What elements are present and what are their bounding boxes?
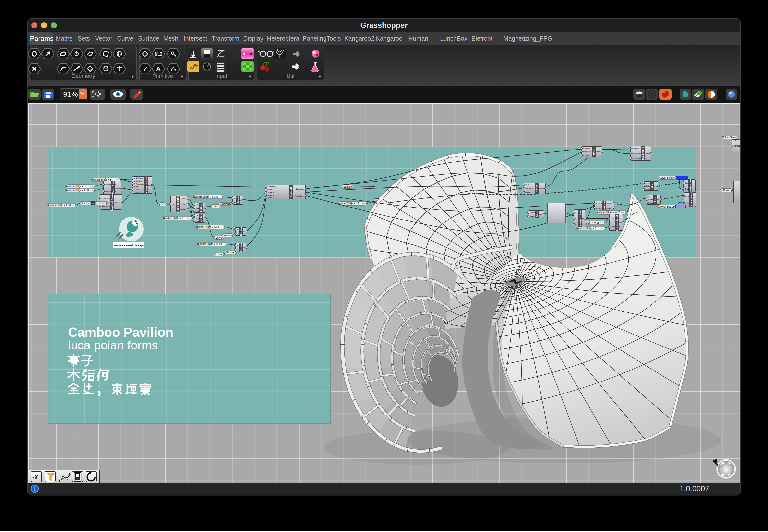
- svg-text:Surface: Surface: [583, 147, 590, 150]
- svg-text:Result: Result: [239, 231, 245, 233]
- svg-text:Radius: Radius: [645, 185, 652, 187]
- svg-text:● 0: ● 0: [82, 185, 85, 188]
- svg-text:Domain start: Domain start: [611, 218, 621, 219]
- svg-text:● 1.00: ● 1.00: [64, 204, 71, 207]
- svg-text:Colour Swatch: Colour Swatch: [659, 176, 675, 179]
- svg-text:v: v: [575, 218, 576, 220]
- svg-text:UV point: UV point: [596, 207, 603, 209]
- svg-text:Number Slider: Number Slider: [193, 196, 209, 198]
- svg-text:Plane: Plane: [268, 188, 273, 191]
- svg-text:Number Slider: Number Slider: [65, 189, 81, 192]
- svg-text:Number Slider: Number Slider: [597, 211, 613, 214]
- svg-text:Geometry: Geometry: [732, 145, 740, 147]
- svg-text:Surface: Surface: [596, 203, 602, 204]
- svg-text:Retrim: Retrim: [525, 191, 531, 194]
- svg-text:www.easyref.design: www.easyref.design: [113, 243, 144, 247]
- svg-text:Number Slider: Number Slider: [65, 185, 81, 188]
- svg-text:Curve: Curve: [723, 189, 730, 192]
- svg-text:Colour Swatch: Colour Swatch: [722, 136, 738, 139]
- svg-text:Domain: Domain: [530, 212, 535, 214]
- svg-text:luca poian forms: luca poian forms: [68, 338, 158, 352]
- svg-text:Domain: Domain: [113, 187, 119, 189]
- svg-text:Factor: Factor: [82, 202, 89, 205]
- svg-text:Surface: Surface: [594, 151, 601, 153]
- svg-text:Surface: Surface: [145, 184, 150, 186]
- svg-text:A: A: [237, 229, 238, 231]
- svg-text:List Item: List Item: [200, 214, 202, 222]
- svg-text:w: w: [575, 224, 577, 225]
- svg-text:Domain end: Domain end: [105, 190, 115, 193]
- svg-text:Wrap: Wrap: [196, 210, 200, 212]
- svg-text:Number Slider: Number Slider: [163, 217, 179, 220]
- svg-text:Scale NU: Scale NU: [290, 187, 292, 197]
- svg-text:B: B: [234, 201, 235, 204]
- svg-text:Domain start: Domain start: [105, 184, 116, 186]
- svg-text:Surface: Surface: [537, 187, 544, 190]
- svg-text:R Parameter: R Parameter: [134, 183, 144, 185]
- svg-text:Curve: Curve: [645, 182, 651, 184]
- svg-text:A: A: [156, 65, 161, 72]
- svg-text:Number Slider: Number Slider: [47, 204, 63, 207]
- svg-text:Construct Domain: Construct Domain: [111, 192, 113, 211]
- svg-text:Pipe: Pipe: [655, 199, 659, 201]
- svg-text:Camboo Pavilion: Camboo Pavilion: [68, 325, 173, 339]
- svg-text:Number Slider: Number Slider: [196, 226, 211, 228]
- svg-text:Output: Output: [98, 202, 105, 205]
- svg-text:Curve: Curve: [213, 205, 219, 208]
- svg-text:Edges: Edges: [181, 203, 186, 205]
- svg-text:Point: Point: [580, 218, 584, 220]
- svg-text:Caps: Caps: [645, 188, 650, 190]
- svg-text:Geometry: Geometry: [268, 186, 276, 188]
- svg-text:Number: Number: [223, 234, 232, 237]
- svg-text:Range: Range: [537, 214, 542, 216]
- svg-text:Surface: Surface: [343, 185, 352, 188]
- svg-text:Domain 1: Domain 1: [134, 189, 141, 190]
- svg-text:7: 7: [143, 65, 147, 72]
- svg-text:P: P: [92, 202, 94, 205]
- svg-text:U Divisions: U Divisions: [134, 177, 143, 179]
- svg-text:Number Slider: Number Slider: [197, 243, 213, 245]
- svg-text:Geometry: Geometry: [686, 195, 693, 197]
- svg-text:Domain: Domain: [114, 201, 120, 203]
- svg-text:B: B: [237, 233, 238, 235]
- svg-text:● 51.85: ● 51.85: [210, 196, 218, 198]
- svg-text:● 0.13: ● 0.13: [592, 221, 599, 224]
- svg-text:Result: Result: [239, 247, 245, 249]
- svg-text:Surface: Surface: [525, 184, 532, 186]
- svg-text:!: !: [34, 486, 36, 492]
- svg-text:Scale Y: Scale Y: [268, 194, 274, 196]
- svg-text:● 60.49: ● 60.49: [212, 226, 221, 228]
- svg-text:Number: Number: [221, 203, 229, 205]
- svg-text:B: B: [237, 249, 238, 251]
- svg-text:Shader: Shader: [686, 203, 691, 204]
- svg-text:Curve: Curve: [216, 253, 223, 256]
- svg-text:● 1: ● 1: [593, 227, 597, 230]
- svg-text:Transform: Transform: [295, 195, 304, 197]
- svg-text:● 1.00: ● 1.00: [82, 189, 89, 192]
- svg-text:Domain 2: Domain 2: [134, 192, 141, 193]
- svg-text:Curve: Curve: [216, 236, 222, 239]
- svg-text:Retrim: Retrim: [583, 154, 589, 156]
- svg-text:Domain: Domain: [616, 222, 622, 223]
- svg-text:Geometry: Geometry: [296, 188, 304, 190]
- svg-text:Curve: Curve: [648, 196, 654, 198]
- svg-text:Radius: Radius: [648, 199, 654, 201]
- svg-text:Colour Swatch: Colour Swatch: [659, 205, 675, 208]
- svg-text:Distance: Distance: [525, 187, 533, 190]
- svg-text:● 8: ● 8: [179, 217, 183, 220]
- svg-text:u: u: [575, 212, 576, 214]
- svg-text:A: A: [237, 245, 238, 247]
- svg-text:Index: Index: [196, 207, 200, 209]
- svg-text:Index: Index: [196, 218, 200, 219]
- svg-text:Domain start: Domain start: [102, 197, 113, 199]
- svg-text:Result: Result: [236, 199, 242, 201]
- svg-text:Wrap: Wrap: [196, 220, 200, 222]
- svg-text:Custom Preview: Custom Preview: [690, 192, 692, 207]
- svg-text:Domain end: Domain end: [611, 226, 620, 228]
- svg-text:Deconstruct Brep: Deconstruct Brep: [176, 195, 179, 213]
- svg-text:Caps: Caps: [648, 202, 653, 204]
- svg-text:Scale Z: Scale Z: [268, 197, 274, 199]
- svg-text:Number: Number: [226, 251, 235, 254]
- svg-text:Steps: Steps: [530, 216, 534, 218]
- svg-text:0.1: 0.1: [154, 50, 162, 57]
